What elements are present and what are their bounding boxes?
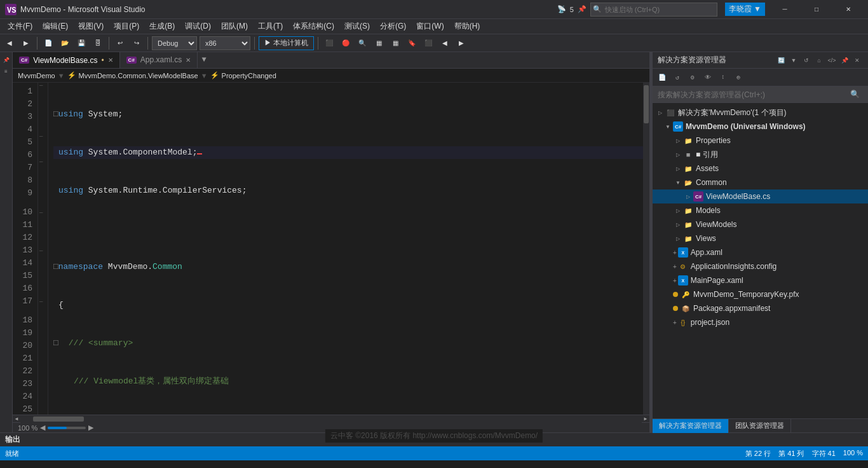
se-preview[interactable]: 👁 — [701, 71, 715, 85]
expand-common[interactable]: ▼ — [673, 180, 683, 186]
menu-item-view[interactable]: 视图(V) — [73, 20, 109, 33]
toolbar-more5[interactable]: ◀ — [438, 36, 452, 50]
menu-item-edit[interactable]: 编辑(E) — [37, 20, 73, 33]
sidebar-icon-nav[interactable]: ≡ — [1, 66, 11, 76]
toolbar-save-all[interactable]: 🗄 — [91, 36, 105, 50]
restore-button[interactable]: □ — [802, 0, 831, 19]
tab-appxaml[interactable]: C# App.xaml.cs ✕ — [120, 52, 198, 68]
expand-solution[interactable]: ▷ — [655, 110, 665, 116]
toolbar-new[interactable]: 📄 — [41, 36, 55, 50]
collapse-5[interactable]: ─ — [39, 134, 43, 140]
tree-assets[interactable]: ▷ 📁 Assets — [653, 162, 868, 176]
breadcrumb-member[interactable]: PropertyChanged — [222, 72, 276, 79]
tab-viewmodelbase[interactable]: C# ViewModelBase.cs • ✕ — [13, 52, 120, 68]
h-scrollbar[interactable]: ◀ ▶ — [13, 415, 649, 422]
tree-solution[interactable]: ▷ ⬛ 解决方案'MvvmDemo'(1 个项目) — [653, 106, 868, 120]
menu-item-test[interactable]: 测试(S) — [339, 20, 375, 33]
tab-close-appxaml[interactable]: ✕ — [186, 57, 191, 64]
tab-scroll-right[interactable]: ▼ — [198, 52, 210, 68]
se-refresh[interactable]: ↺ — [670, 71, 684, 85]
config-select[interactable]: Debug Release — [152, 36, 197, 50]
scroll-thumb[interactable] — [644, 85, 649, 123]
tree-projectjson[interactable]: + {} project.json — [653, 315, 868, 329]
tree-viewmodelbase[interactable]: ▷ C# ViewModelBase.cs — [653, 189, 868, 203]
tree-pfx[interactable]: 🔑 MvvmDemo_TemporaryKey.pfx — [653, 287, 868, 301]
se-btn-sync[interactable]: 🔄 — [775, 55, 787, 66]
tree-project[interactable]: ▼ C# MvvmDemo (Universal Windows) — [653, 120, 868, 134]
toolbar-more4[interactable]: ⬛ — [421, 36, 435, 50]
toolbar-step[interactable]: ⬛ — [322, 36, 336, 50]
minimize-button[interactable]: ─ — [770, 0, 799, 19]
expand-models[interactable]: ▷ — [673, 208, 683, 214]
tree-viewmodels[interactable]: ▷ 📁 ViewModels — [653, 217, 868, 231]
platform-select[interactable]: x86 x64 ARM — [200, 36, 250, 50]
menu-item-file[interactable]: 文件(F) — [3, 20, 37, 33]
se-show-all[interactable]: 📄 — [655, 71, 669, 85]
expand-assets[interactable]: ▷ — [673, 166, 683, 172]
breadcrumb-project[interactable]: MvvmDemo — [18, 72, 55, 79]
tree-appinsights[interactable]: + ⚙ ApplicationInsights.config — [653, 259, 868, 273]
breadcrumb-class[interactable]: MvvmDemo.Common.ViewModelBase — [79, 72, 198, 79]
code-content[interactable]: □using System; using System.ComponentMod… — [48, 83, 643, 415]
se-btn-home[interactable]: ⌂ — [813, 55, 825, 66]
run-button[interactable]: ▶ 本地计算机 — [259, 36, 314, 50]
toolbar-more1[interactable]: ▦ — [372, 36, 386, 50]
se-pending[interactable]: ⊕ — [731, 71, 745, 85]
h-scroll-thumb[interactable] — [33, 416, 84, 422]
toolbar-more3[interactable]: 🔖 — [405, 36, 419, 50]
menu-item-arch[interactable]: 体系结构(C) — [288, 20, 339, 33]
tree-appxaml[interactable]: + X App.xaml — [653, 245, 868, 259]
zoom-minus[interactable]: ◀ — [40, 423, 45, 432]
tree-references[interactable]: ▷ ■ ■ 引用 — [653, 148, 868, 162]
editor-scrollbar[interactable] — [643, 83, 649, 415]
se-tab-solution[interactable]: 解决方案资源管理器 — [653, 419, 729, 433]
se-btn-code[interactable]: </> — [826, 55, 837, 66]
menu-item-build[interactable]: 生成(B) — [144, 20, 180, 33]
menu-item-debug[interactable]: 调试(D) — [180, 20, 216, 33]
h-scroll-track[interactable] — [20, 415, 642, 423]
collapse-14[interactable]: ─ — [39, 248, 43, 254]
toolbar-breakpoint[interactable]: 🔴 — [339, 36, 353, 50]
expand-project[interactable]: ▼ — [663, 124, 673, 130]
menu-item-help[interactable]: 帮助(H) — [449, 20, 485, 33]
zoom-track[interactable] — [48, 427, 86, 429]
tree-views[interactable]: ▷ 📁 Views — [653, 231, 868, 245]
sidebar-icon-pin[interactable]: 📌 — [1, 55, 11, 65]
collapse-7[interactable]: ─ — [39, 159, 43, 165]
expand-references[interactable]: ▷ — [673, 152, 683, 158]
collapse-1[interactable]: ─ — [39, 83, 43, 89]
se-btn-close[interactable]: ✕ — [851, 55, 863, 66]
se-search-input[interactable] — [658, 90, 850, 99]
toolbar-undo[interactable]: ↩ — [113, 36, 127, 50]
quick-launch-input[interactable] — [590, 3, 717, 17]
menu-item-analyze[interactable]: 分析(G) — [375, 20, 411, 33]
menu-item-team[interactable]: 团队(M) — [216, 20, 253, 33]
toolbar-more2[interactable]: ▦ — [388, 36, 402, 50]
se-btn-pin[interactable]: 📌 — [839, 55, 850, 66]
toolbar-search-files[interactable]: 🔍 — [355, 36, 369, 50]
tree-manifest[interactable]: 📦 Package.appxmanifest — [653, 301, 868, 315]
user-display[interactable]: 李晓霞 ▼ — [725, 3, 765, 16]
tree-common[interactable]: ▼ 📂 Common — [653, 176, 868, 189]
tree-properties[interactable]: ▷ 📁 Properties — [653, 134, 868, 148]
menu-item-tools[interactable]: 工具(T) — [253, 20, 288, 33]
toolbar-forward[interactable]: ▶ — [19, 36, 33, 50]
expand-views[interactable]: ▷ — [673, 236, 683, 242]
h-scroll-left[interactable]: ◀ — [13, 415, 20, 423]
tree-mainpage[interactable]: + X MainPage.xaml — [653, 273, 868, 287]
toolbar-back[interactable]: ◀ — [3, 36, 17, 50]
menu-item-window[interactable]: 窗口(W) — [411, 20, 449, 33]
expand-properties[interactable]: ▷ — [673, 138, 683, 144]
collapse-18[interactable]: ─ — [39, 299, 43, 305]
collapse-10[interactable]: ─ — [39, 210, 43, 216]
toolbar-save[interactable]: 💾 — [74, 36, 88, 50]
se-nav[interactable]: ↕ — [716, 71, 730, 85]
h-scroll-right[interactable]: ▶ — [642, 415, 649, 423]
se-btn-refresh[interactable]: ↺ — [801, 55, 812, 66]
toolbar-redo[interactable]: ↪ — [130, 36, 144, 50]
expand-viewmodelbase[interactable]: ▷ — [683, 194, 693, 200]
se-tab-team[interactable]: 团队资源管理器 — [729, 419, 791, 433]
expand-viewmodels[interactable]: ▷ — [673, 222, 683, 228]
close-button[interactable]: ✕ — [834, 0, 863, 19]
zoom-plus[interactable]: ▶ — [88, 423, 93, 432]
